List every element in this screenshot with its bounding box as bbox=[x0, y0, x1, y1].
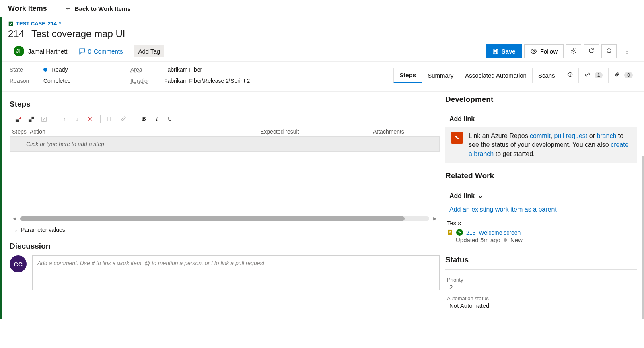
assignee-avatar: JH bbox=[14, 46, 24, 56]
toolbar-divider bbox=[100, 115, 101, 123]
tab-steps[interactable]: Steps bbox=[393, 68, 422, 83]
parameter-values-toggle[interactable]: ⌄ Parameter values bbox=[6, 224, 443, 235]
delete-step-icon[interactable]: ✕ bbox=[86, 115, 94, 123]
kebab-icon: ⋮ bbox=[624, 47, 630, 55]
breadcrumb[interactable]: TEST CASE 214* bbox=[2, 17, 644, 27]
dev-text: Link an Azure Repos bbox=[469, 132, 530, 139]
horizontal-scrollbar[interactable]: ◀ ▶ bbox=[13, 216, 436, 221]
svg-rect-6 bbox=[31, 116, 34, 119]
test-title[interactable]: Welcome screen bbox=[479, 229, 521, 236]
area-value[interactable]: Fabrikam Fiber bbox=[164, 66, 202, 73]
refresh-icon bbox=[588, 47, 595, 55]
test-assignee-avatar: JH bbox=[456, 229, 463, 236]
steps-heading: Steps bbox=[6, 93, 443, 112]
divider bbox=[445, 109, 637, 109]
branch-link[interactable]: branch bbox=[597, 132, 616, 139]
test-link-row[interactable]: JH 213 Welcome screen bbox=[445, 228, 637, 237]
tab-scans[interactable]: Scans bbox=[532, 68, 561, 83]
steps-table-header: Steps Action Expected result Attachments bbox=[10, 126, 440, 136]
test-meta: Updated 5m ago New bbox=[445, 237, 637, 243]
test-id[interactable]: 213 bbox=[466, 229, 475, 236]
current-user-avatar: CC bbox=[10, 255, 27, 272]
test-updated: Updated 5m ago bbox=[456, 237, 500, 243]
attach-count-badge: 0 bbox=[624, 72, 633, 78]
page-title: Work Items bbox=[8, 4, 47, 13]
toolbar-divider bbox=[54, 115, 54, 123]
area-label: Area bbox=[130, 66, 153, 73]
italic-icon[interactable]: I bbox=[153, 115, 160, 123]
discussion-heading: Discussion bbox=[6, 235, 443, 254]
scroll-left-icon[interactable]: ◀ bbox=[13, 216, 16, 221]
tab-history[interactable] bbox=[561, 68, 578, 83]
status-heading: Status bbox=[445, 252, 637, 266]
attach-icon[interactable] bbox=[120, 115, 127, 123]
revert-button[interactable] bbox=[601, 44, 617, 58]
refresh-button[interactable] bbox=[584, 44, 599, 58]
tab-summary[interactable]: Summary bbox=[422, 68, 459, 83]
insert-step-icon[interactable] bbox=[14, 115, 22, 123]
toolbar-divider bbox=[134, 115, 134, 123]
tab-automation[interactable]: Associated Automation bbox=[459, 68, 532, 83]
state-picker[interactable]: Ready bbox=[43, 66, 68, 73]
sep: or bbox=[587, 132, 597, 139]
svg-rect-4 bbox=[15, 119, 19, 122]
comment-icon bbox=[79, 48, 86, 55]
col-attachments: Attachments bbox=[373, 128, 437, 135]
automation-status-value[interactable]: Not Automated bbox=[445, 302, 637, 311]
chevron-down-icon: ⌄ bbox=[14, 227, 19, 233]
tab-attachments[interactable]: 0 bbox=[608, 68, 638, 83]
dev-add-link-button[interactable]: Add link bbox=[445, 114, 637, 127]
assignee-picker[interactable]: JH Jamal Hartnett bbox=[14, 46, 68, 56]
insert-param-icon[interactable] bbox=[40, 115, 47, 123]
reason-value[interactable]: Completed bbox=[43, 78, 71, 84]
pull-request-link[interactable]: pull request bbox=[554, 132, 588, 139]
save-icon bbox=[492, 48, 498, 54]
svg-rect-9 bbox=[110, 117, 114, 121]
back-to-work-items-button[interactable]: ← Back to Work Items bbox=[65, 5, 131, 12]
scroll-right-icon[interactable]: ▶ bbox=[433, 216, 436, 221]
work-item-id: 214 bbox=[8, 28, 24, 39]
follow-button[interactable]: Follow bbox=[524, 44, 564, 58]
divider bbox=[445, 185, 637, 185]
outdent-icon[interactable] bbox=[107, 115, 114, 123]
priority-label: Priority bbox=[445, 274, 637, 284]
dev-text: to get started. bbox=[494, 150, 535, 157]
scroll-track[interactable] bbox=[20, 216, 429, 221]
move-up-icon[interactable]: ↑ bbox=[61, 115, 68, 123]
scroll-thumb[interactable] bbox=[20, 216, 405, 221]
git-icon bbox=[451, 132, 463, 144]
breadcrumb-type: TEST CASE bbox=[16, 21, 45, 27]
link-icon bbox=[584, 72, 591, 79]
related-add-link-button[interactable]: Add link ⌄ bbox=[445, 190, 637, 204]
comments-button[interactable]: 0 Comments bbox=[79, 48, 123, 55]
vertical-scrollbar[interactable] bbox=[642, 156, 644, 319]
more-actions-button[interactable]: ⋮ bbox=[619, 44, 634, 58]
steps-toolbar: ↑ ↓ ✕ B I U bbox=[10, 112, 440, 126]
work-item-title[interactable]: Test coverage map UI bbox=[31, 28, 638, 39]
parameter-values-label: Parameter values bbox=[21, 227, 65, 233]
add-tag-button[interactable]: Add Tag bbox=[134, 45, 164, 57]
move-down-icon[interactable]: ↓ bbox=[74, 115, 81, 123]
priority-value[interactable]: 2 bbox=[445, 284, 637, 293]
sep: , bbox=[551, 132, 554, 139]
back-label: Back to Work Items bbox=[75, 5, 131, 12]
comment-input[interactable]: Add a comment. Use # to link a work item… bbox=[32, 255, 440, 290]
automation-status-label: Automation status bbox=[445, 293, 637, 302]
state-dot-icon bbox=[504, 238, 507, 242]
bold-icon[interactable]: B bbox=[140, 115, 148, 123]
comments-count: 0 bbox=[88, 48, 91, 55]
gear-icon bbox=[570, 47, 577, 55]
underline-icon[interactable]: U bbox=[166, 115, 173, 123]
settings-button[interactable] bbox=[566, 44, 581, 58]
tab-links[interactable]: 1 bbox=[578, 68, 609, 83]
insert-shared-step-icon[interactable] bbox=[27, 115, 35, 123]
col-action: Action bbox=[30, 128, 260, 135]
iteration-value[interactable]: Fabrikam Fiber\Release 2\Sprint 2 bbox=[164, 78, 250, 84]
add-parent-link[interactable]: Add an existing work item as a parent bbox=[445, 204, 637, 218]
development-callout: Link an Azure Repos commit, pull request… bbox=[445, 127, 637, 163]
save-label: Save bbox=[502, 48, 516, 55]
add-step-placeholder[interactable]: Click or type here to add a step bbox=[10, 136, 440, 152]
save-button[interactable]: Save bbox=[486, 44, 522, 58]
commit-link[interactable]: commit bbox=[530, 132, 551, 139]
test-case-icon bbox=[8, 21, 14, 27]
